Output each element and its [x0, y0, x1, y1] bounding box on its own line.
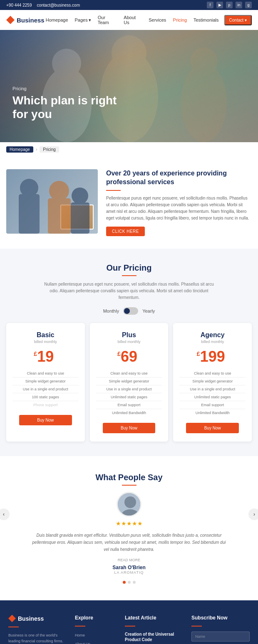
avatar-svg: [118, 493, 141, 517]
logo[interactable]: Business: [6, 16, 45, 24]
currency-basic: £: [34, 350, 37, 357]
buy-button-plus[interactable]: Buy Now: [103, 423, 156, 433]
nav-our-team[interactable]: Our Team: [97, 13, 119, 27]
svg-point-5: [190, 47, 218, 75]
svg-point-3: [112, 35, 146, 70]
footer-explore-col: Explore Home About Us Our Services Our T…: [75, 615, 117, 644]
nav-pricing[interactable]: Pricing: [171, 16, 188, 24]
nav-homepage[interactable]: Homepage: [45, 16, 69, 24]
pricing-card-basic: Basic billed monthly £ 19 Clean and easy…: [6, 323, 85, 442]
testimonial-next-button[interactable]: ›: [248, 508, 258, 520]
dot-inactive-2[interactable]: [133, 581, 136, 584]
footer-subscribe-col: Subscribe Now SIGN UP: [191, 615, 250, 644]
feature-item: Unlimited static pages: [179, 393, 246, 401]
pricing-description: Nullam pellentesque purus eget nunc posu…: [42, 281, 216, 301]
chevron-down-icon: ▾: [89, 17, 91, 23]
feature-item-disabled: Phone support: [12, 401, 79, 409]
explore-title: Explore: [75, 615, 117, 621]
feature-item: 100 static pages: [12, 393, 79, 401]
pricing-underline: [122, 275, 136, 276]
top-bar-contact: +90 444 2259 contact@business.com: [6, 3, 80, 7]
chevron-down-icon-contact: ▾: [245, 18, 247, 22]
pricing-section: Our Pricing Nullam pellentesque purus eg…: [0, 249, 258, 456]
plan-period-plus: billed monthly: [96, 340, 162, 344]
phone-number: +90 444 2259: [6, 3, 32, 7]
pricing-card-plus: Plus billed monthly £ 69 Clean and easy …: [90, 323, 169, 442]
buy-button-agency[interactable]: Buy Now: [186, 423, 239, 433]
feature-item: Clean and easy to use: [179, 370, 246, 378]
feature-item: Use in a single end product: [12, 385, 79, 393]
youtube-icon-top[interactable]: ▶: [216, 2, 223, 8]
feature-item: Clean and easy to use: [12, 370, 79, 378]
feature-item: Use in a single end product: [179, 385, 246, 393]
footer-grid: Business Business is one of the world's …: [8, 615, 250, 644]
about-title: Over 20 years of experience providing pr…: [106, 169, 252, 187]
svg-rect-8: [48, 198, 71, 234]
plan-features-plus: Clean and easy to use Simple widget gene…: [96, 370, 162, 417]
testimonials-underline: [122, 485, 136, 486]
google-icon-top[interactable]: g: [245, 2, 252, 8]
plan-name-plus: Plus: [96, 331, 162, 339]
svg-point-1: [52, 49, 81, 78]
svg-point-4: [181, 63, 227, 142]
breadcrumb-home[interactable]: Homepage: [6, 146, 33, 153]
logo-text: Business: [17, 17, 45, 24]
linkedin-icon-top[interactable]: in: [236, 2, 242, 8]
pricing-card-agency: Agency billed monthly £ 199 Clean and ea…: [173, 323, 252, 442]
footer-logo: Business: [8, 615, 67, 622]
footer-about-text: Business is one of the world's leading f…: [8, 632, 67, 644]
hero-label: Pricing: [12, 86, 117, 91]
read-more-link[interactable]: READ MORE: [29, 558, 229, 562]
plan-features-basic: Clean and easy to use Simple widget gene…: [12, 370, 79, 409]
buy-button-basic[interactable]: Buy Now: [19, 415, 72, 425]
top-bar: +90 444 2259 contact@business.com f ▶ p …: [0, 0, 258, 10]
dot-active[interactable]: [123, 581, 126, 584]
svg-rect-10: [71, 202, 89, 234]
article-heading[interactable]: Creation of the Universal Product Code: [125, 632, 183, 642]
svg-point-7: [20, 179, 38, 197]
social-icons-top: f ▶ p in g: [207, 2, 252, 8]
feature-item: Email support: [96, 401, 162, 409]
explore-underline: [75, 626, 85, 627]
footer-link-home[interactable]: Home: [75, 633, 85, 637]
dot-inactive[interactable]: [128, 581, 131, 584]
subscribe-name-input[interactable]: [191, 632, 250, 642]
breadcrumb: Homepage › Pricing: [0, 142, 258, 157]
feature-item: Unlimited Bandwidth: [96, 409, 162, 417]
reviewer-name: Sarah O'Brien: [29, 565, 229, 570]
feature-item: Clean and easy to use: [96, 370, 162, 378]
contact-button[interactable]: Contact ▾: [224, 15, 252, 25]
hero-title: Which plan is right for you: [12, 94, 117, 121]
plan-period-agency: billed monthly: [179, 340, 246, 344]
testimonial-content: ★★★★★ Duis blandit gravida enim eget eff…: [29, 492, 229, 575]
plan-features-agency: Clean and easy to use Simple widget gene…: [179, 370, 246, 417]
subscribe-title: Subscribe Now: [191, 615, 250, 621]
footer-link-about[interactable]: About Us: [75, 642, 90, 644]
nav-testimonials[interactable]: Testimonials: [192, 16, 220, 24]
navbar: Business Homepage Pages ▾ Our Team About…: [0, 10, 258, 30]
about-content: Over 20 years of experience providing pr…: [106, 169, 252, 236]
currency-agency: £: [197, 350, 200, 357]
pinterest-icon-top[interactable]: p: [226, 2, 233, 8]
nav-about-us[interactable]: About Us: [122, 13, 143, 27]
testimonials-section: What People Say ‹ › ★★★★★ Duis blandit g…: [0, 456, 258, 600]
email-address: contact@business.com: [37, 3, 80, 7]
reviewer-company: LA AROMATIQ: [29, 570, 229, 575]
explore-links: Home About Us Our Services Our Team Late…: [75, 632, 117, 644]
subscribe-underline: [191, 626, 202, 627]
facebook-icon-top[interactable]: f: [207, 2, 213, 8]
testimonial-prev-button[interactable]: ‹: [0, 508, 10, 520]
feature-item: Email support: [179, 401, 246, 409]
pricing-cards: Basic billed monthly £ 19 Clean and easy…: [6, 323, 252, 442]
breadcrumb-current: Pricing: [40, 146, 59, 153]
nav-pages[interactable]: Pages ▾: [74, 16, 92, 25]
breadcrumb-separator: ›: [36, 147, 37, 152]
nav-services[interactable]: Services: [147, 16, 167, 24]
plan-price-agency: £ 199: [200, 348, 225, 365]
feature-item: Use in a single end product: [96, 385, 162, 393]
click-here-button[interactable]: CLICK HERE: [106, 227, 145, 236]
billing-toggle[interactable]: [123, 307, 138, 315]
footer-about-col: Business Business is one of the world's …: [8, 615, 67, 644]
about-image-svg: [6, 169, 98, 234]
about-image: [6, 169, 98, 234]
